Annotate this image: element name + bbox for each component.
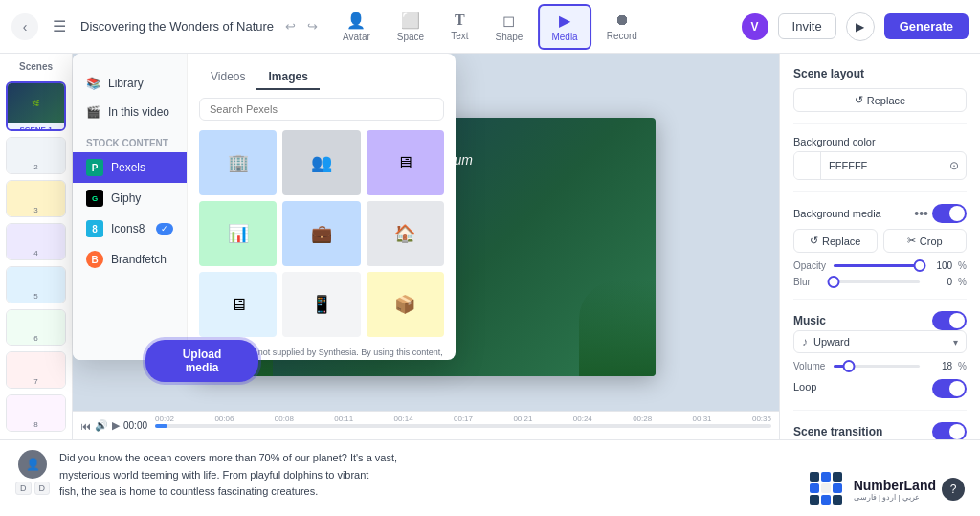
transcript-avatar: 👤 [18,450,47,479]
tab-videos[interactable]: Videos [199,65,256,90]
numberland-icon [810,472,848,506]
bg-media-btn-row: ↺ Replace ✂ Crop [793,229,967,253]
generate-button[interactable]: Generate [884,13,969,39]
numberland-label: NumberLand [854,478,936,493]
timeline-play2-button[interactable]: ▶ [112,419,120,432]
tool-avatar[interactable]: 👤 Avatar [331,6,382,48]
music-track-select[interactable]: ♪ Upward ▾ [793,330,967,353]
popup-icons8-item[interactable]: 8 Icons8 ✓ [73,213,187,244]
brandfetch-icon: B [86,251,103,268]
hamburger-button[interactable]: ☰ [46,13,73,40]
music-toggle[interactable] [932,311,967,330]
library-icon: 📚 [86,77,100,90]
scene-num-3: 3 [33,206,37,214]
transcript-dmark1: D [15,482,32,495]
scene-item-6[interactable]: 6 [6,309,66,347]
giphy-icon: G [86,190,103,207]
timeline-bar[interactable]: 00:0200:0600:0800:11 00:1400:1700:2100:2… [155,424,771,428]
invite-button[interactable]: Invite [778,13,836,39]
timeline-play-button[interactable]: ⏮ [80,420,91,432]
scene-item-7[interactable]: 7 [6,351,66,389]
scene-item-8[interactable]: 8 [6,394,66,432]
help-button[interactable]: ? [942,478,965,501]
image-thumb-9[interactable]: 📦 [367,272,444,337]
music-section: Music ♪ Upward ▾ Volume 18 % [793,311,967,398]
scenes-panel: Scenes 🌿 SCENE 1 2 3 4 5 6 [0,54,73,439]
back-button[interactable]: ‹ [11,13,38,40]
bg-color-picker-button[interactable]: ⊙ [943,152,966,179]
replace-label: Replace [867,95,905,106]
play-button[interactable]: ▶ [846,12,875,41]
image-thumb-1[interactable]: 🏢 [199,130,277,195]
image-6-content: 🏠 [367,201,444,266]
music-row: Music [793,311,967,330]
tool-text[interactable]: T Text [439,6,479,47]
blur-slider[interactable] [834,280,920,283]
volume-thumb[interactable] [843,360,856,372]
opacity-slider[interactable] [834,264,920,267]
music-note-icon: ♪ [802,335,808,348]
volume-unit: % [958,361,967,371]
blur-thumb[interactable] [828,276,840,288]
tool-record-label: Record [607,31,637,41]
replace-button[interactable]: ↺ Replace [793,88,967,112]
scene-item-5[interactable]: 5 [6,266,66,303]
divider-1 [793,123,967,124]
scene-item-1[interactable]: 🌿 SCENE 1 [6,81,66,131]
divider-3 [793,299,967,300]
popup-giphy-item[interactable]: G Giphy [73,183,187,213]
loop-row: Loop [793,379,967,398]
timeline-progress [155,424,167,428]
scene-item-2[interactable]: 2 [6,137,66,174]
scene-item-4[interactable]: 4 [6,223,66,260]
scenes-label: Scenes [6,61,66,76]
tool-space[interactable]: ⬜ Space [386,6,435,48]
popup-brandfetch-item[interactable]: B Brandfetch [73,244,187,275]
search-input[interactable] [199,98,444,121]
scene-trans-label: Scene transition [793,425,882,438]
opacity-thumb[interactable] [914,259,926,272]
redo-button[interactable]: ↪ [303,15,322,37]
image-thumb-6[interactable]: 🏠 [367,201,444,266]
image-thumb-4[interactable]: 📊 [199,201,277,266]
stock-content-label: Stock Content [73,126,187,152]
opacity-label: Opacity [793,260,828,271]
transcript-badge: D D [15,482,50,495]
images-grid: 🏢 👥 🖥 📊 💼 🏠 [199,130,444,337]
scene-num-7: 7 [33,377,37,386]
popup-in-video-item[interactable]: 🎬 In this video [73,98,187,126]
scene-item-3[interactable]: 3 [6,180,66,217]
image-thumb-2[interactable]: 👥 [282,130,360,195]
popup-library-item[interactable]: 📚 Library [73,69,187,98]
tool-record[interactable]: ⏺ Record [595,6,649,47]
upload-media-button[interactable]: Upload media [145,340,258,382]
timeline-controls: ⏮ 🔊 ▶ 00:00 [80,419,147,432]
timeline-time: 00:00 [123,420,147,431]
loop-toggle[interactable] [932,379,967,398]
record-icon: ⏺ [614,11,630,29]
bg-media-replace-button[interactable]: ↺ Replace [793,229,878,253]
bg-color-row[interactable]: FFFFFF ⊙ [793,151,967,180]
timeline-audio-button[interactable]: 🔊 [95,419,108,432]
timeline-area: ⏮ 🔊 ▶ 00:00 00:0200:0600:0800:11 00:1400… [73,411,779,439]
image-thumb-8[interactable]: 📱 [282,272,360,337]
image-3-content: 🖥 [367,130,444,195]
crop-icon: ✂ [907,235,916,247]
undo-button[interactable]: ↩ [281,15,300,37]
bg-media-row: Background media ••• [793,204,967,223]
image-thumb-7[interactable]: 🖥 [199,272,277,337]
tool-media[interactable]: ▶ Media [538,4,590,50]
image-thumb-5[interactable]: 💼 [282,201,360,266]
bg-media-toggle[interactable] [932,204,967,223]
text-icon: T [455,11,465,29]
tool-shape[interactable]: ◻ Shape [484,6,535,48]
bg-media-dots[interactable]: ••• [914,206,928,221]
loop-toggle-knob [949,381,965,396]
image-thumb-3[interactable]: 🖥 [367,130,444,195]
volume-slider[interactable] [834,365,920,368]
scene-trans-toggle[interactable] [932,422,967,439]
popup-pexels-item[interactable]: P Pexels [73,152,187,183]
bg-media-crop-button[interactable]: ✂ Crop [883,229,968,253]
tab-images[interactable]: Images [256,65,319,90]
music-dropdown-arrow[interactable]: ▾ [953,337,958,348]
